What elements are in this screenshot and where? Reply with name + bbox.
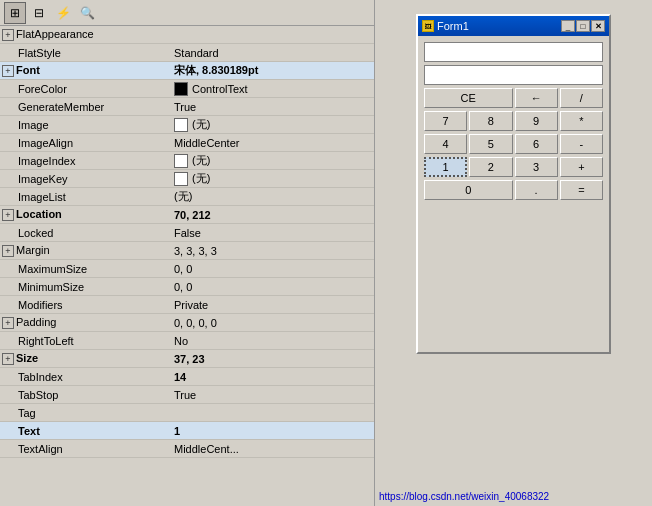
form-titlebar: 🖼 Form1 _ □ ✕ bbox=[418, 16, 609, 36]
form1-window: 🖼 Form1 _ □ ✕ CE ← / bbox=[416, 14, 611, 354]
calc-1-button[interactable]: 1 bbox=[424, 157, 467, 177]
prop-generate-member[interactable]: GenerateMember True bbox=[0, 98, 374, 116]
form-body: CE ← / 7 8 9 * 4 5 6 - bbox=[418, 36, 609, 352]
close-button[interactable]: ✕ bbox=[591, 20, 605, 32]
calc-ce-button[interactable]: CE bbox=[424, 88, 513, 108]
calc-multiply-button[interactable]: * bbox=[560, 111, 603, 131]
calc-decimal-button[interactable]: . bbox=[515, 180, 558, 200]
prop-image[interactable]: Image (无) bbox=[0, 116, 374, 134]
calc-row-2: 7 8 9 * bbox=[424, 111, 603, 131]
prop-tab-stop[interactable]: TabStop True bbox=[0, 386, 374, 404]
calc-0-button[interactable]: 0 bbox=[424, 180, 513, 200]
prop-image-align[interactable]: ImageAlign MiddleCenter bbox=[0, 134, 374, 152]
expand-icon: + bbox=[2, 29, 14, 41]
expand-icon: + bbox=[2, 353, 14, 365]
prop-margin[interactable]: +Margin 3, 3, 3, 3 bbox=[0, 242, 374, 260]
prop-text-align[interactable]: TextAlign MiddleCent... bbox=[0, 440, 374, 458]
prop-font[interactable]: +Font 宋体, 8.830189pt bbox=[0, 62, 374, 80]
prop-image-key[interactable]: ImageKey (无) bbox=[0, 170, 374, 188]
prop-flat-appearance[interactable]: +FlatAppearance bbox=[0, 26, 374, 44]
form-window: 🖼 Form1 _ □ ✕ CE ← / bbox=[375, 0, 652, 506]
form-icon: 🖼 bbox=[422, 20, 434, 32]
prop-tab-index[interactable]: TabIndex 14 bbox=[0, 368, 374, 386]
prop-modifiers[interactable]: Modifiers Private bbox=[0, 296, 374, 314]
prop-image-index[interactable]: ImageIndex (无) bbox=[0, 152, 374, 170]
url-label: https://blog.csdn.net/weixin_40068322 bbox=[379, 491, 549, 502]
image-swatch bbox=[174, 118, 188, 132]
calc-5-button[interactable]: 5 bbox=[469, 134, 512, 154]
prop-padding[interactable]: +Padding 0, 0, 0, 0 bbox=[0, 314, 374, 332]
calc-divide-button[interactable]: / bbox=[560, 88, 603, 108]
expand-icon: + bbox=[2, 317, 14, 329]
prop-right-to-left[interactable]: RightToLeft No bbox=[0, 332, 374, 350]
imageindex-swatch bbox=[174, 154, 188, 168]
prop-maximum-size[interactable]: MaximumSize 0, 0 bbox=[0, 260, 374, 278]
prop-forecolor[interactable]: ForeColor ControlText bbox=[0, 80, 374, 98]
properties-panel: ⊞ ⊟ ⚡ 🔍 +FlatAppearance FlatStyle Standa… bbox=[0, 0, 375, 506]
calc-row-1: CE ← / bbox=[424, 88, 603, 108]
calc-backspace-button[interactable]: ← bbox=[515, 88, 558, 108]
expand-icon: + bbox=[2, 245, 14, 257]
prop-size[interactable]: +Size 37, 23 bbox=[0, 350, 374, 368]
calc-4-button[interactable]: 4 bbox=[424, 134, 467, 154]
events-button[interactable]: ⚡ bbox=[52, 2, 74, 24]
properties-toolbar: ⊞ ⊟ ⚡ 🔍 bbox=[0, 0, 374, 26]
prop-location[interactable]: +Location 70, 212 bbox=[0, 206, 374, 224]
calc-row-5: 0 . = bbox=[424, 180, 603, 200]
calc-3-button[interactable]: 3 bbox=[515, 157, 558, 177]
imagekey-swatch bbox=[174, 172, 188, 186]
calc-display-1[interactable] bbox=[424, 42, 603, 62]
props-container: +FlatAppearance FlatStyle Standard +Font… bbox=[0, 26, 374, 506]
prop-text[interactable]: Text 1 bbox=[0, 422, 374, 440]
maximize-button[interactable]: □ bbox=[576, 20, 590, 32]
prop-minimum-size[interactable]: MinimumSize 0, 0 bbox=[0, 278, 374, 296]
prop-tag[interactable]: Tag bbox=[0, 404, 374, 422]
calc-2-button[interactable]: 2 bbox=[469, 157, 512, 177]
prop-locked[interactable]: Locked False bbox=[0, 224, 374, 242]
search-button[interactable]: 🔍 bbox=[76, 2, 98, 24]
expand-icon: + bbox=[2, 65, 14, 77]
expand-icon: + bbox=[2, 209, 14, 221]
forecolor-swatch bbox=[174, 82, 188, 96]
calc-9-button[interactable]: 9 bbox=[515, 111, 558, 131]
calc-8-button[interactable]: 8 bbox=[469, 111, 512, 131]
calc-6-button[interactable]: 6 bbox=[515, 134, 558, 154]
calc-row-4: 1 2 3 + bbox=[424, 157, 603, 177]
props-grid[interactable]: +FlatAppearance FlatStyle Standard +Font… bbox=[0, 26, 374, 506]
calc-row-3: 4 5 6 - bbox=[424, 134, 603, 154]
grid-view-button[interactable]: ⊞ bbox=[4, 2, 26, 24]
prop-image-list[interactable]: ImageList (无) bbox=[0, 188, 374, 206]
form-title: Form1 bbox=[437, 20, 558, 32]
calc-display-2[interactable] bbox=[424, 65, 603, 85]
calc-plus-button[interactable]: + bbox=[560, 157, 603, 177]
calc-minus-button[interactable]: - bbox=[560, 134, 603, 154]
calc-7-button[interactable]: 7 bbox=[424, 111, 467, 131]
calc-equals-button[interactable]: = bbox=[560, 180, 603, 200]
category-view-button[interactable]: ⊟ bbox=[28, 2, 50, 24]
prop-flat-style[interactable]: FlatStyle Standard bbox=[0, 44, 374, 62]
minimize-button[interactable]: _ bbox=[561, 20, 575, 32]
